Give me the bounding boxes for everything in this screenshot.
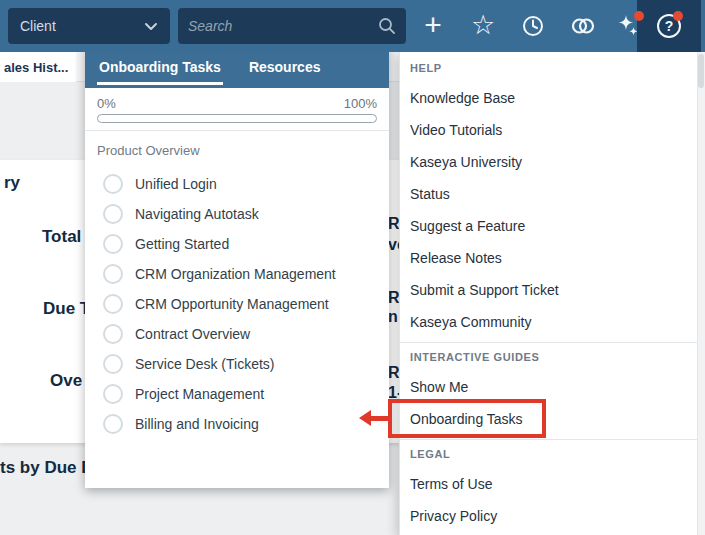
background-row-label-due: Due T <box>43 299 90 319</box>
background-heading-fragment: ry <box>4 173 20 193</box>
menu-item-terms-of-use[interactable]: Terms of Use <box>410 468 705 500</box>
task-row-billing-and-invoicing[interactable]: Billing and Invoicing <box>85 409 389 439</box>
menu-item-kaseya-community[interactable]: Kaseya Community <box>410 306 705 338</box>
search-icon[interactable] <box>378 17 396 35</box>
menu-item-video-tutorials[interactable]: Video Tutorials <box>410 114 705 146</box>
background-row-label-overdue: Ove <box>50 371 82 391</box>
menu-item-suggest-a-feature[interactable]: Suggest a Feature <box>410 210 705 242</box>
notification-dot <box>634 11 644 21</box>
progress-min-label: 0% <box>97 96 116 111</box>
background-fragment: n <box>388 308 398 326</box>
menu-divider <box>400 342 705 343</box>
help-button[interactable]: ? <box>637 0 701 52</box>
task-radio[interactable] <box>103 414 123 434</box>
screen: ales Hist... ry Total Due T Ove Re ver R… <box>0 0 705 535</box>
background-tab-label: ales Hist... <box>4 60 68 75</box>
favorites-star-icon[interactable]: ☆ <box>461 0 505 52</box>
help-menu: HELP Knowledge Base Video Tutorials Kase… <box>399 52 705 535</box>
menu-item-status[interactable]: Status <box>410 178 705 210</box>
menu-section-legal: LEGAL <box>410 444 705 464</box>
task-row-navigating-autotask[interactable]: Navigating Autotask <box>85 199 389 229</box>
task-radio[interactable] <box>103 174 123 194</box>
task-radio[interactable] <box>103 294 123 314</box>
menu-scrollbar[interactable] <box>697 52 705 535</box>
menu-item-kaseya-university[interactable]: Kaseya University <box>410 146 705 178</box>
menu-item-show-me[interactable]: Show Me <box>410 371 705 403</box>
task-row-contract-overview[interactable]: Contract Overview <box>85 319 389 349</box>
task-radio[interactable] <box>103 354 123 374</box>
menu-item-knowledge-base[interactable]: Knowledge Base <box>410 82 705 114</box>
menu-section-help: HELP <box>410 58 705 78</box>
recents-clock-icon[interactable] <box>511 0 555 52</box>
background-tab-sales-history[interactable]: ales Hist... <box>0 52 76 82</box>
menu-section-interactive-guides: INTERACTIVE GUIDES <box>410 347 705 367</box>
chevron-down-icon <box>144 22 158 31</box>
links-icon[interactable] <box>561 0 605 52</box>
task-row-crm-organization-management[interactable]: CRM Organization Management <box>85 259 389 289</box>
task-row-service-desk-tickets[interactable]: Service Desk (Tickets) <box>85 349 389 379</box>
plus-icon[interactable]: + <box>411 0 455 52</box>
tasks-section-title: Product Overview <box>97 143 377 159</box>
menu-divider <box>400 439 705 440</box>
task-radio[interactable] <box>103 324 123 344</box>
menu-item-release-notes[interactable]: Release Notes <box>410 242 705 274</box>
top-navbar: Client + ☆ <box>0 0 705 52</box>
client-dropdown-value: Client <box>20 18 144 34</box>
menu-item-onboarding-tasks[interactable]: Onboarding Tasks <box>410 403 705 435</box>
task-row-unified-login[interactable]: Unified Login <box>85 169 389 199</box>
onboarding-tasks-panel: Onboarding Tasks Resources 0% 100% Produ… <box>85 45 389 488</box>
task-row-crm-opportunity-management[interactable]: CRM Opportunity Management <box>85 289 389 319</box>
client-dropdown[interactable]: Client <box>8 8 170 44</box>
help-icon: ? <box>657 14 681 38</box>
menu-item-submit-support-ticket[interactable]: Submit a Support Ticket <box>410 274 705 306</box>
tasks-list: Unified Login Navigating Autotask Gettin… <box>85 169 389 439</box>
progress-section: 0% 100% <box>85 88 389 131</box>
search-input[interactable] <box>188 18 378 34</box>
notification-dot <box>673 11 683 21</box>
scrollbar-thumb[interactable] <box>698 54 704 88</box>
task-row-project-management[interactable]: Project Management <box>85 379 389 409</box>
progress-max-label: 100% <box>344 96 377 111</box>
task-row-getting-started[interactable]: Getting Started <box>85 229 389 259</box>
task-radio[interactable] <box>103 204 123 224</box>
search-box <box>178 8 406 44</box>
progress-bar <box>97 114 377 123</box>
task-radio[interactable] <box>103 384 123 404</box>
background-row-label-total: Total <box>42 227 81 247</box>
task-radio[interactable] <box>103 234 123 254</box>
menu-item-privacy-policy[interactable]: Privacy Policy <box>410 500 705 532</box>
background-bottom-heading-fragment: ts by Due D <box>0 458 94 478</box>
task-radio[interactable] <box>103 264 123 284</box>
